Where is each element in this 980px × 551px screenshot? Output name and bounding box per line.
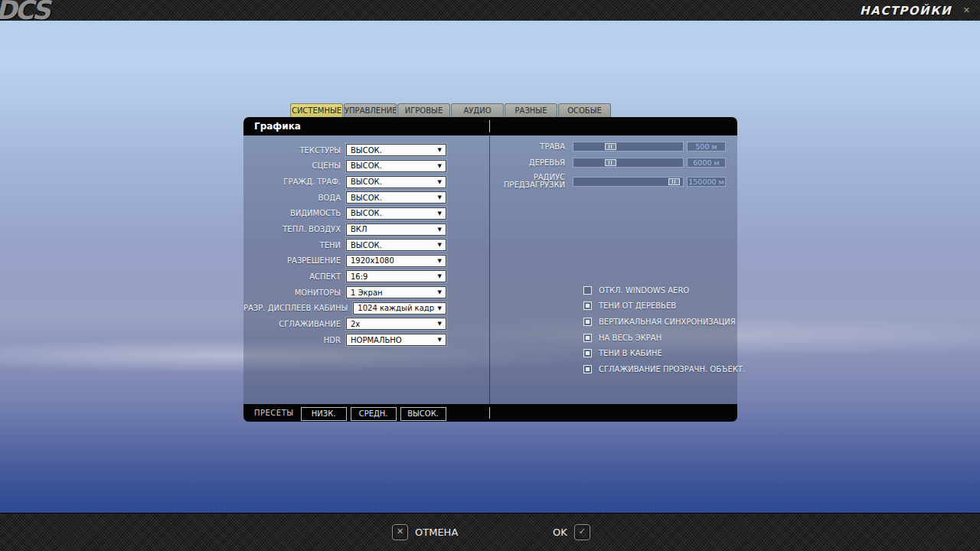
dropdown-value: НОРМАЛЬНО <box>351 336 438 344</box>
slider-value: 500 м <box>687 142 726 152</box>
dropdown-row-3: ВОДАВЫСОК.▼ <box>243 190 489 206</box>
slider-handle[interactable] <box>605 143 616 150</box>
dropdown-select[interactable]: ВЫСОК.▼ <box>346 176 446 188</box>
dropdown-select[interactable]: ВКЛ▼ <box>346 223 446 236</box>
dropdown-label: МОНИТОРЫ <box>243 289 341 297</box>
checkbox-row-1[interactable]: ТЕНИ ОТ ДЕРЕВЬЕВ <box>489 298 737 315</box>
dropdown-value: 1920x1080 <box>351 256 438 265</box>
checkbox-row-5[interactable]: СГЛАЖИВАНИЕ ПРОЗРАЧН. ОБЪЕКТ. <box>489 361 737 377</box>
dropdown-label: ГРАЖД. ТРАФ. <box>243 178 341 186</box>
dropdown-row-0: ТЕКСТУРЫВЫСОК.▼ <box>243 142 489 158</box>
slider-handle[interactable] <box>668 178 680 185</box>
checkbox-row-4[interactable]: ТЕНИ В КАБИНЕ <box>489 345 737 361</box>
dropdown-value: 1024 каждый кадр <box>358 304 437 312</box>
dropdown-column: ТЕКСТУРЫВЫСОК.▼СЦЕНЫВЫСОК.▼ГРАЖД. ТРАФ.В… <box>243 142 489 347</box>
tab-3[interactable]: АУДИО <box>451 103 504 117</box>
preset-button-2[interactable]: ВЫСОК. <box>400 407 446 421</box>
dropdown-value: ВЫСОК. <box>351 194 438 202</box>
dropdown-value: ВЫСОК. <box>351 241 438 249</box>
dropdown-value: ВЫСОК. <box>351 161 438 170</box>
slider-row-1: ДЕРЕВЬЯ6000 м <box>489 158 726 168</box>
dropdown-row-11: СГЛАЖИВАНИЕ2x▼ <box>243 316 489 332</box>
dropdown-label: СЦЕНЫ <box>243 161 341 170</box>
slider-handle[interactable] <box>605 159 616 166</box>
settings-screen: DCS НАСТРОЙКИ ✕ СИСТЕМНЫЕУПРАВЛЕНИЕИГРОВ… <box>0 0 980 551</box>
slider-grip <box>611 161 612 165</box>
checkbox-row-3[interactable]: НА ВЕСЬ ЭКРАН <box>489 330 737 346</box>
dropdown-row-2: ГРАЖД. ТРАФ.ВЫСОК.▼ <box>243 174 489 190</box>
chevron-down-icon: ▼ <box>438 337 442 343</box>
dropdown-label: HDR <box>243 336 341 344</box>
cancel-label: ОТМЕНА <box>415 527 458 538</box>
chevron-down-icon: ▼ <box>438 242 442 248</box>
slider-label: ТРАВА <box>489 143 565 151</box>
dropdown-value: ВКЛ <box>351 225 438 233</box>
dropdown-row-5: ТЕПЛ. ВОЗДУХВКЛ▼ <box>243 221 489 237</box>
tab-0[interactable]: СИСТЕМНЫЕ <box>290 103 343 117</box>
dropdown-select[interactable]: 1920x1080▼ <box>346 255 446 267</box>
checkbox-label: ТЕНИ ОТ ДЕРЕВЬЕВ <box>599 302 676 310</box>
tab-4[interactable]: РАЗНЫЕ <box>505 103 557 117</box>
checkbox-row-0[interactable]: ОТКЛ. WINDOWS AERO <box>489 282 737 298</box>
dropdown-select[interactable]: ВЫСОК.▼ <box>346 207 446 220</box>
dropdown-value: 16:9 <box>351 272 438 281</box>
chevron-down-icon: ▼ <box>438 210 442 217</box>
dropdown-select[interactable]: 1 Экран▼ <box>346 286 446 298</box>
dropdown-label: ТЕКСТУРЫ <box>243 146 341 155</box>
footer-divider <box>489 407 490 419</box>
dropdown-select[interactable]: ВЫСОК.▼ <box>346 191 446 204</box>
dropdown-row-8: АСПЕКТ16:9▼ <box>243 269 489 285</box>
chevron-down-icon: ▼ <box>438 194 442 201</box>
checkbox[interactable] <box>583 349 592 357</box>
ok-label: OK <box>553 527 567 538</box>
slider-row-0: ТРАВА500 м <box>489 142 726 152</box>
checkbox[interactable] <box>583 365 592 373</box>
tab-1[interactable]: УПРАВЛЕНИЕ <box>344 103 397 117</box>
tab-5[interactable]: ОСОБЫЕ <box>558 103 611 117</box>
chevron-down-icon: ▼ <box>438 321 442 327</box>
preset-button-0[interactable]: НИЗК. <box>301 407 347 421</box>
dropdown-select[interactable]: ВЫСОК.▼ <box>346 144 446 156</box>
checkbox-label: ТЕНИ В КАБИНЕ <box>599 349 662 357</box>
titlebar: DCS НАСТРОЙКИ ✕ <box>0 0 980 21</box>
dropdown-select[interactable]: НОРМАЛЬНО▼ <box>346 334 446 346</box>
dropdown-label: ТЕНИ <box>243 241 341 249</box>
dropdown-select[interactable]: 2x▼ <box>346 318 446 330</box>
panel-body: ТЕКСТУРЫВЫСОК.▼СЦЕНЫВЫСОК.▼ГРАЖД. ТРАФ.В… <box>243 135 737 404</box>
checkbox[interactable] <box>583 334 592 342</box>
slider-grip <box>609 145 609 148</box>
checkbox[interactable] <box>583 286 592 295</box>
close-icon[interactable]: ✕ <box>963 5 970 15</box>
slider-grip <box>611 145 612 148</box>
dropdown-label: АСПЕКТ <box>243 272 341 281</box>
slider-track[interactable] <box>573 142 684 152</box>
dropdown-select[interactable]: 1024 каждый кадр▼ <box>353 302 446 315</box>
slider-track[interactable] <box>573 158 684 168</box>
checkbox[interactable] <box>583 302 592 310</box>
cancel-button[interactable]: ✕ <box>392 524 408 540</box>
slider-column: ОТКЛ. WINDOWS AEROТЕНИ ОТ ДЕРЕВЬЕВВЕРТИК… <box>489 135 737 404</box>
header-divider <box>489 120 490 132</box>
ok-button[interactable]: ✓ <box>574 524 590 540</box>
dropdown-select[interactable]: 16:9▼ <box>346 270 446 282</box>
dropdown-value: ВЫСОК. <box>351 178 438 186</box>
dropdown-row-10: РАЗР. ДИСПЛЕЕВ КАБИНЫ1024 каждый кадр▼ <box>243 300 489 316</box>
dropdown-select[interactable]: ВЫСОК.▼ <box>346 160 446 172</box>
preset-button-1[interactable]: СРЕДН. <box>351 407 397 421</box>
dcs-logo: DCS <box>0 0 48 21</box>
slider-track[interactable] <box>573 177 684 187</box>
dropdown-label: РАЗР. ДИСПЛЕЕВ КАБИНЫ <box>243 304 348 312</box>
checkbox-label: НА ВЕСЬ ЭКРАН <box>599 334 662 342</box>
slider-grip <box>675 180 675 184</box>
slider-grip <box>672 180 673 184</box>
dropdown-row-9: МОНИТОРЫ1 Экран▼ <box>243 285 489 301</box>
dropdown-select[interactable]: ВЫСОК.▼ <box>346 239 446 251</box>
chevron-down-icon: ▼ <box>438 179 442 185</box>
checkbox-row-2[interactable]: ВЕРТИКАЛЬНАЯ СИНХРОНИЗАЦИЯ <box>489 314 737 330</box>
dropdown-value: 1 Экран <box>351 289 438 297</box>
dropdown-row-1: СЦЕНЫВЫСОК.▼ <box>243 158 489 174</box>
tab-2[interactable]: ИГРОВЫЕ <box>397 103 450 117</box>
cancel-group: ✕ ОТМЕНА <box>392 524 458 540</box>
checkbox[interactable] <box>583 318 592 326</box>
dropdown-value: ВЫСОК. <box>351 146 438 155</box>
